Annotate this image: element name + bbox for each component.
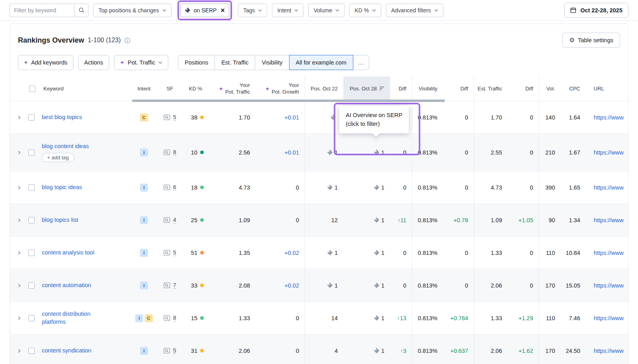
kd-dropdown[interactable]: KD % (349, 4, 381, 17)
col-header-visibility[interactable]: Visibility (412, 76, 443, 101)
serp-features-icon (163, 114, 170, 120)
expand-row-icon[interactable] (17, 218, 22, 223)
ai-overview-icon[interactable] (327, 184, 333, 190)
url-link[interactable]: https://www (594, 315, 624, 321)
ai-overview-icon[interactable] (374, 348, 380, 354)
serp-features-count[interactable]: 8 (173, 315, 176, 322)
est-traffic-diff: 0 (508, 237, 539, 269)
tags-dropdown[interactable]: Tags (238, 4, 268, 17)
keyword-link[interactable]: content distribution platforms (42, 310, 110, 326)
expand-row-icon[interactable] (17, 316, 22, 321)
expand-row-icon[interactable] (17, 185, 22, 190)
actions-button[interactable]: Actions (78, 55, 109, 70)
select-all-checkbox[interactable] (29, 86, 35, 92)
col-header-pot-traffic[interactable]: ✦ YourPot. Traffic (208, 76, 256, 101)
keyword-link[interactable]: content analysis tool (42, 249, 94, 257)
row-checkbox[interactable] (28, 282, 35, 289)
search-button[interactable] (74, 4, 89, 17)
url-link[interactable]: https://www (594, 114, 624, 121)
keyword-link[interactable]: blog topic ideas (42, 184, 82, 192)
ai-overview-icon[interactable] (374, 282, 380, 288)
row-checkbox[interactable] (28, 149, 35, 156)
ai-overview-icon[interactable] (374, 184, 380, 190)
expand-row-icon[interactable] (17, 115, 22, 120)
kd-cell: 31 (184, 335, 208, 364)
keyword-link[interactable]: blog topics list (42, 216, 78, 224)
col-header-pot-growth[interactable]: ✦ YourPot. Growth (256, 76, 305, 101)
ai-overview-icon[interactable] (327, 282, 333, 288)
pot-traffic-value: 2.56 (208, 134, 256, 171)
est-traffic-value: 1.09 (474, 204, 508, 236)
table-row: content syndicationI5312.06041↑30.813%+0… (10, 335, 628, 364)
row-checkbox[interactable] (28, 250, 35, 256)
row-checkbox[interactable] (28, 315, 35, 321)
serp-features-count[interactable]: 5 (173, 114, 176, 121)
ai-overview-icon[interactable] (327, 149, 333, 155)
col-header-diff-visibility[interactable]: Diff (443, 76, 474, 101)
ai-overview-icon[interactable] (374, 315, 380, 321)
serp-features-count[interactable]: 5 (173, 249, 176, 256)
position-oct28: 1 (343, 134, 390, 171)
visibility-diff: 0 (443, 237, 474, 269)
intent-dropdown[interactable]: Intent (272, 4, 303, 17)
serp-features-count[interactable]: 7 (173, 282, 176, 289)
expand-row-icon[interactable] (17, 150, 22, 155)
more-tabs-button[interactable]: ... (353, 55, 369, 70)
pot-traffic-dropdown[interactable]: ✦ Pot. Traffic (114, 55, 169, 70)
volume-dropdown[interactable]: Volume (308, 4, 345, 17)
url-link[interactable]: https://www (594, 149, 624, 156)
add-tag-button[interactable]: + add tag (42, 153, 74, 162)
serp-features-count[interactable]: 4 (173, 217, 176, 224)
keyword-link[interactable]: blog content ideas (42, 143, 89, 151)
col-header-volume[interactable]: Vol. (539, 76, 561, 101)
horizontal-scrollbar[interactable] (132, 100, 445, 102)
on-serp-filter-chip[interactable]: on SERP × (180, 4, 229, 17)
col-header-pos-oct22[interactable]: Pos. Oct 22 (305, 76, 343, 101)
advanced-filters-dropdown[interactable]: Advanced filters (386, 4, 443, 17)
keyword-link[interactable]: content automation (42, 282, 91, 290)
col-header-kd[interactable]: KD % (184, 76, 208, 101)
ai-overview-icon[interactable] (374, 217, 380, 223)
col-header-keyword[interactable]: Keyword (10, 76, 132, 101)
expand-row-icon[interactable] (17, 250, 22, 255)
expand-row-icon[interactable] (17, 348, 22, 353)
url-link[interactable]: https://www (594, 348, 624, 354)
col-header-cpc[interactable]: CPC (561, 76, 586, 101)
serp-features-count[interactable]: 5 (173, 347, 176, 354)
row-checkbox[interactable] (28, 348, 35, 354)
kd-difficulty-dot (200, 218, 204, 222)
url-link[interactable]: https://www (594, 282, 624, 289)
rankings-overview-panel: Rankings Overview 1-100 (123) ⚙ Table se… (10, 23, 628, 364)
remove-filter-icon[interactable]: × (221, 7, 225, 14)
serp-features-count[interactable]: 6 (173, 184, 176, 191)
keyword-filter-input[interactable] (10, 4, 74, 17)
serp-features-count[interactable]: 8 (173, 149, 176, 156)
row-checkbox[interactable] (28, 114, 35, 121)
col-header-pos-oct28[interactable]: Pos. Oct 28 (343, 76, 390, 101)
tab-visibility[interactable]: Visibility (255, 55, 289, 70)
add-keywords-button[interactable]: + Add keywords (18, 55, 73, 70)
keyword-link[interactable]: content syndication (42, 347, 91, 355)
row-checkbox[interactable] (28, 184, 35, 191)
date-range-picker[interactable]: Oct 22-28, 2025 (564, 3, 628, 18)
expand-row-icon[interactable] (17, 283, 22, 288)
ai-overview-icon[interactable] (374, 149, 380, 155)
url-link[interactable]: https://www (594, 217, 624, 223)
col-header-diff-pos[interactable]: Diff (390, 76, 412, 101)
col-header-diff-est[interactable]: Diff (508, 76, 539, 101)
col-header-est-traffic[interactable]: Est. Traffic (474, 76, 508, 101)
table-settings-button[interactable]: ⚙ Table settings (562, 33, 620, 48)
url-link[interactable]: https://www (594, 250, 624, 256)
row-checkbox[interactable] (28, 217, 35, 223)
tab-all-for-domain[interactable]: All for example.com (289, 55, 353, 70)
ai-overview-icon[interactable] (374, 250, 380, 256)
url-link[interactable]: https://www (594, 184, 624, 191)
kd-difficulty-dot (200, 151, 204, 154)
tab-positions[interactable]: Positions (178, 55, 215, 70)
top-positions-dropdown[interactable]: Top positions & changes (93, 4, 171, 17)
keyword-link[interactable]: best blog topics (42, 114, 82, 121)
tab-est-traffic[interactable]: Est. Traffic (215, 55, 255, 70)
ai-overview-icon[interactable] (330, 114, 336, 120)
info-icon[interactable] (124, 37, 130, 43)
ai-overview-icon[interactable] (327, 250, 333, 256)
